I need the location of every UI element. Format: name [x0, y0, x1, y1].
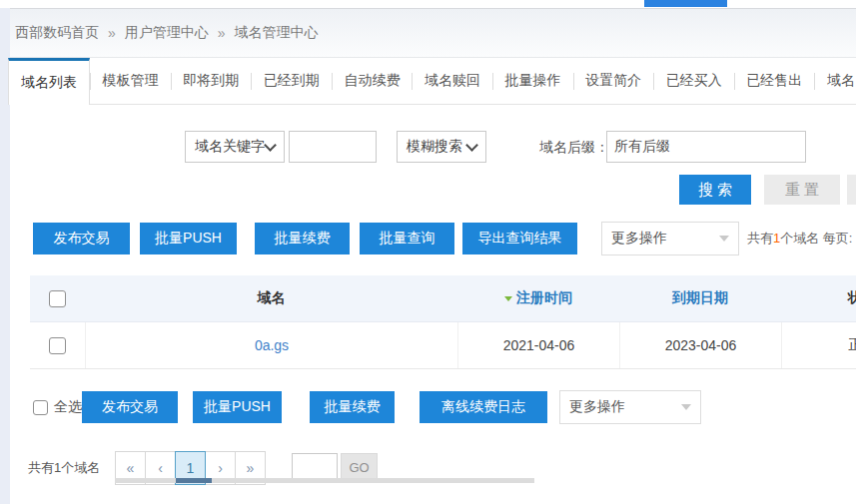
header-registered-label: 注册时间 [516, 289, 572, 307]
breadcrumb: 西部数码首页 » 用户管理中心 » 域名管理中心 [10, 8, 856, 58]
total-prefix: 共有 [28, 460, 54, 475]
more-actions-select-top-value: 更多操作 [611, 230, 667, 248]
dropdown-arrow-icon [681, 404, 691, 410]
search-mode-select-value: 模糊搜索 [407, 138, 462, 156]
more-actions-select-bottom[interactable]: 更多操作 [559, 390, 701, 424]
tab-template-management[interactable]: 模板管理 [91, 58, 171, 104]
per-page-label: 每页: [823, 231, 853, 246]
dropdown-arrow-icon [719, 236, 729, 242]
registered-date: 2021-04-06 [457, 322, 619, 368]
domain-management-page: 西部数码首页 » 用户管理中心 » 域名管理中心 域名列表 模板管理 即将到期 … [0, 0, 856, 504]
domain-table: 域名 注册时间 到期日期 状态 0a.gs 2021-04-06 2023-04… [30, 275, 856, 369]
total-suffix: 个域名 [61, 460, 100, 475]
tab-domain-redemption[interactable]: 域名赎回 [413, 58, 492, 104]
more-actions-select-top[interactable]: 更多操作 [601, 222, 739, 255]
select-all-label: 全选 [54, 398, 82, 416]
header-domain: 域名 [85, 275, 457, 321]
reset-button[interactable]: 重 置 [764, 175, 840, 205]
top-bar [0, 0, 856, 8]
top-action-toolbar: 发布交易 批量PUSH 批量续费 批量查询 导出查询结果 [33, 223, 577, 254]
summary-suffix: 个域名 [780, 231, 819, 246]
select-all-checkbox[interactable] [33, 400, 48, 415]
tab-batch-operations[interactable]: 批量操作 [493, 58, 573, 104]
chevron-down-icon [465, 139, 478, 152]
select-all-header-checkbox[interactable] [49, 290, 66, 307]
tab-expired[interactable]: 已经到期 [252, 58, 332, 104]
more-actions-select-bottom-value: 更多操作 [569, 398, 625, 416]
offline-renew-log-button[interactable]: 离线续费日志 [420, 391, 547, 423]
select-all-control[interactable]: 全选 [33, 391, 82, 423]
batch-renew-button-bottom[interactable]: 批量续费 [310, 391, 395, 423]
clipped-button[interactable] [847, 175, 856, 205]
batch-query-button[interactable]: 批量查询 [360, 223, 454, 254]
breadcrumb-separator: » [108, 25, 116, 41]
tab-domain-list[interactable]: 域名列表 [8, 58, 90, 105]
keyword-input[interactable] [289, 131, 377, 163]
row-checkbox[interactable] [49, 337, 66, 354]
tab-sold[interactable]: 已经售出 [734, 58, 814, 104]
batch-push-button[interactable]: 批量PUSH [140, 223, 237, 254]
suffix-label: 域名后缀： [539, 131, 609, 163]
breadcrumb-user-center-link[interactable]: 用户管理中心 [125, 24, 209, 42]
scrollbar-thumb[interactable] [176, 478, 212, 483]
domain-count-total: 共有1个域名 [28, 451, 100, 485]
status-value: 正常 [781, 322, 856, 368]
tab-purchased[interactable]: 已经买入 [654, 58, 734, 104]
suffix-input[interactable] [606, 131, 806, 163]
tab-profile-settings[interactable]: 设置简介 [573, 58, 653, 104]
tab-expiring-soon[interactable]: 即将到期 [171, 58, 251, 104]
search-button[interactable]: 搜 索 [679, 175, 751, 205]
publish-trade-button[interactable]: 发布交易 [33, 223, 130, 254]
breadcrumb-home-link[interactable]: 西部数码首页 [15, 24, 99, 42]
search-mode-select[interactable]: 模糊搜索 [397, 131, 486, 163]
header-expires-sort[interactable]: 到期日期 [672, 289, 728, 307]
header-registered-sort[interactable]: 注册时间 [504, 289, 572, 307]
table-header-row: 域名 注册时间 到期日期 状态 [30, 275, 856, 322]
batch-renew-button[interactable]: 批量续费 [255, 223, 350, 254]
batch-push-button-bottom[interactable]: 批量PUSH [193, 391, 282, 423]
breadcrumb-separator: » [218, 25, 226, 41]
tab-bar: 域名列表 模板管理 即将到期 已经到期 自动续费 域名赎回 批量操作 设置简介 … [8, 58, 856, 105]
horizontal-scrollbar[interactable] [115, 478, 534, 483]
keyword-field-select[interactable]: 域名关键字 [185, 131, 285, 163]
sort-desc-icon [504, 296, 512, 301]
expires-date: 2023-04-06 [619, 322, 781, 368]
keyword-field-select-value: 域名关键字 [195, 138, 265, 156]
breadcrumb-domain-center[interactable]: 域名管理中心 [235, 24, 319, 42]
domain-count-summary: 共有1个域名 每页: [747, 222, 852, 255]
domain-link[interactable]: 0a.gs [255, 337, 289, 353]
export-results-button[interactable]: 导出查询结果 [462, 223, 577, 254]
header-status: 状态 [781, 275, 856, 321]
top-scrollbar-thumb[interactable] [644, 0, 727, 7]
table-row: 0a.gs 2021-04-06 2023-04-06 正常 [30, 322, 856, 369]
tab-domain-clipped[interactable]: 域名 [815, 58, 856, 104]
chevron-down-icon [264, 139, 277, 152]
publish-trade-button-bottom[interactable]: 发布交易 [82, 391, 178, 423]
tab-auto-renew[interactable]: 自动续费 [332, 58, 412, 104]
summary-prefix: 共有 [747, 231, 773, 246]
